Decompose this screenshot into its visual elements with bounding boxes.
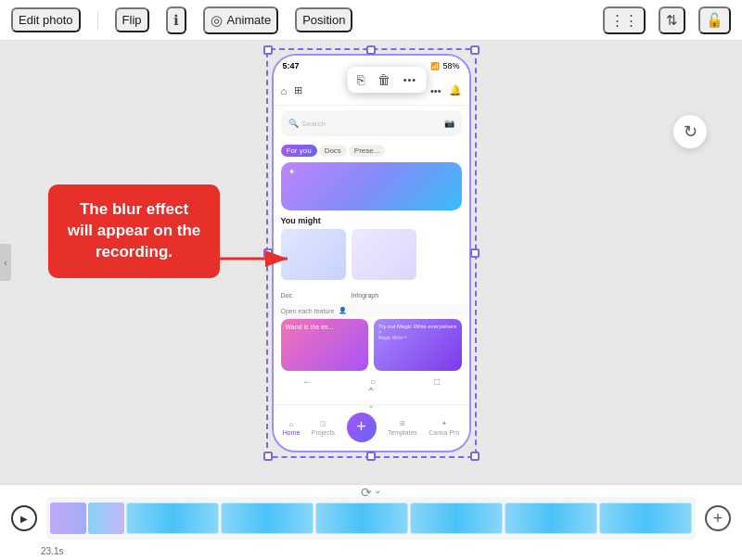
phone-square-icon: □ <box>434 376 440 387</box>
phone-cards-row <box>274 227 469 284</box>
edit-photo-label: Edit photo <box>19 13 73 27</box>
info-button[interactable]: ℹ <box>166 6 186 34</box>
phone-nav-home[interactable]: ⌂ Home <box>283 421 301 436</box>
float-copy-icon[interactable]: ⎘ <box>355 70 366 89</box>
phone-battery: 58% <box>442 61 459 70</box>
phone-canvapro-icon: ✦ <box>441 420 447 427</box>
phone-tab-foryou[interactable]: For you <box>281 145 317 157</box>
timeline-phone-2 <box>221 503 313 534</box>
phone-magic-cards: Wand is the ex... Try out Magic Write ev… <box>274 317 469 373</box>
phone-nav-templates[interactable]: ⊞ Templates <box>388 420 417 436</box>
playback-controls: ▶ + <box>0 502 742 535</box>
refresh-icon: ↻ <box>684 121 697 142</box>
phone-search-bar[interactable]: 🔍 Search 📷 <box>281 110 462 136</box>
handle-bottom-left[interactable] <box>263 452 273 461</box>
timeline-inner <box>46 501 696 536</box>
timeline-seg-1 <box>50 503 86 534</box>
timeline-phone-6 <box>599 503 692 534</box>
person-icon: 👤 <box>339 307 347 314</box>
phone-grid-nav-icon: ⊞ <box>294 84 302 96</box>
timeline-phone-3 <box>315 503 408 534</box>
timeline-phone-5 <box>505 503 597 534</box>
phone-projects-icon: ◫ <box>320 420 326 427</box>
phone-camera-icon: 📷 <box>444 119 454 128</box>
phone-more-icon: ••• <box>430 85 441 96</box>
timeline-phone-4 <box>410 503 503 534</box>
edit-photo-button[interactable]: Edit photo <box>11 7 81 32</box>
chevron-up-icon: ⌃ <box>366 386 376 399</box>
phone-time: 5:47 <box>283 61 300 70</box>
lock-icon: 🔓 <box>706 12 723 29</box>
phone-tabs: For you Docs Prese... <box>274 141 469 160</box>
phone-templates-icon: ⊞ <box>400 420 405 427</box>
divider-1 <box>97 11 98 30</box>
phone-feature-strip: Open each feature 👤 <box>274 304 469 317</box>
phone-banner: ✦ <box>281 162 462 210</box>
callout-text: The blur effect will appear on the recor… <box>68 200 201 261</box>
left-panel-toggle[interactable]: ‹ <box>0 244 11 281</box>
phone-nav-add[interactable]: + <box>347 413 377 442</box>
timeline-phone-1 <box>126 503 219 534</box>
phone-search-placeholder: Search <box>302 120 326 128</box>
float-more-icon[interactable]: ••• <box>402 72 419 87</box>
play-icon: ▶ <box>20 514 28 524</box>
refresh-button[interactable]: ↻ <box>673 115 707 148</box>
phone-search-icon: 🔍 <box>288 119 299 128</box>
callout-arrow <box>213 240 297 281</box>
handle-mid-right[interactable] <box>470 248 480 258</box>
animate-icon: ◎ <box>211 12 223 29</box>
phone-card-infograph[interactable] <box>352 229 416 280</box>
phone-wifi-icon: 📶 <box>430 62 440 70</box>
phone-back-icon: ← <box>302 376 312 387</box>
phone-section-youmight: You might <box>274 212 469 227</box>
add-clip-button[interactable]: + <box>705 505 731 531</box>
float-toolbar: ⎘ 🗑 ••• <box>348 67 427 93</box>
position-button[interactable]: Position <box>295 7 352 32</box>
timeline-track[interactable] <box>46 497 696 540</box>
phone-home-nav-icon: ⌂ <box>281 85 288 96</box>
phone-tab-present[interactable]: Prese... <box>349 145 386 157</box>
align-icon: ⇅ <box>666 12 678 29</box>
chevron-down-icon: ⌄ <box>367 400 375 410</box>
timestamp: 23.1s <box>41 546 63 556</box>
toolbar: Edit photo Flip ℹ ◎ Animate Position ⋮⋮ … <box>0 0 742 41</box>
phone-bottom-nav: ⌂ Home ◫ Projects + ⊞ Templates ✦ Canva … <box>274 404 469 451</box>
flip-label: Flip <box>122 13 142 27</box>
handle-top-right[interactable] <box>470 45 480 55</box>
phone-bell-icon: 🔔 <box>449 84 462 96</box>
playback-bar: ⟳ ⌄ ▶ + 23.1 <box>0 484 742 560</box>
blur-callout: The blur effect will appear on the recor… <box>48 185 220 278</box>
phone-home-icon: ⌂ <box>289 421 293 427</box>
phone-tab-docs[interactable]: Docs <box>319 145 347 157</box>
phone-magic-card-1[interactable]: Wand is the ex... <box>281 319 369 371</box>
animate-button[interactable]: ◎ Animate <box>203 6 279 34</box>
float-delete-icon[interactable]: 🗑 <box>376 70 392 89</box>
handle-top-left[interactable] <box>263 45 273 55</box>
phone-card-infograph-label: Infograph <box>352 285 416 301</box>
chevron-indicator: ⌃ ⌄ <box>366 386 376 410</box>
toolbar-right: ⋮⋮ ⇅ 🔓 <box>603 6 731 34</box>
lock-button[interactable]: 🔓 <box>698 6 731 34</box>
play-button[interactable]: ▶ <box>11 505 37 531</box>
phone-magic-card-2[interactable]: Try out Magic Write everywhere > Magic W… <box>374 319 462 371</box>
grid-button[interactable]: ⋮⋮ <box>603 6 646 34</box>
phone-card-doc-label: Doc <box>281 285 346 301</box>
handle-bottom-right[interactable] <box>470 452 480 461</box>
info-icon: ℹ <box>173 12 179 29</box>
flip-button[interactable]: Flip <box>115 7 149 32</box>
canvas-area: ‹ The blur effect will appear on the rec… <box>0 41 742 484</box>
add-icon: + <box>713 510 723 527</box>
align-button[interactable]: ⇅ <box>659 6 685 34</box>
timeline-seg-2 <box>88 503 124 534</box>
phone-circle-icon: ○ <box>370 376 376 387</box>
animate-label: Animate <box>227 13 272 27</box>
handle-bottom-center[interactable] <box>366 452 376 461</box>
phone-nav-canvapro[interactable]: ✦ Canva Pro <box>429 420 459 436</box>
position-label: Position <box>302 13 345 27</box>
phone-nav-projects[interactable]: ◫ Projects <box>312 420 335 436</box>
grid-icon: ⋮⋮ <box>610 12 638 29</box>
